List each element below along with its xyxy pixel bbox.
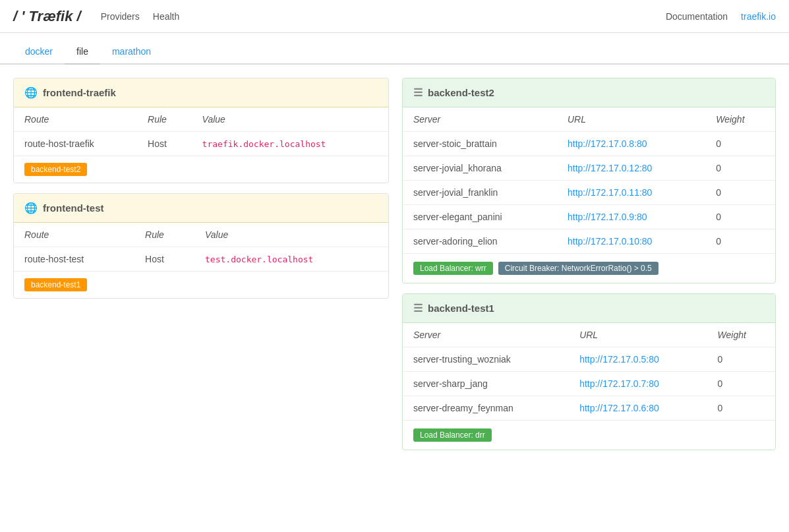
server-cell: server-elegant_panini (403, 205, 557, 229)
backend-test1-header: ☰ backend-test1 (403, 294, 775, 323)
server-cell: server-trusting_wozniak (403, 347, 569, 372)
rule-cell: Host (134, 247, 194, 272)
col-weight-2: Weight (707, 323, 775, 347)
brand-logo: / ' Træfik / (13, 8, 81, 25)
frontend-test-title: frontend-test (43, 202, 104, 214)
tabs-bar: docker file marathon (0, 40, 789, 65)
nav-providers[interactable]: Providers (101, 8, 140, 25)
col-server-1: Server (403, 107, 557, 132)
url-cell[interactable]: http://172.17.0.8:80 (557, 132, 705, 156)
frontend-traefik-table: Route Rule Value route-host-traefik Host… (14, 107, 388, 156)
server-cell: server-sharp_jang (403, 372, 569, 396)
backend-test1-title: backend-test1 (428, 303, 494, 314)
backend-test2-header: ☰ backend-test2 (403, 78, 775, 107)
url-cell[interactable]: http://172.17.0.12:80 (557, 156, 705, 181)
server-cell: server-jovial_khorana (403, 156, 557, 181)
table-row: route-host-traefik Host traefik.docker.l… (14, 132, 388, 156)
table-row: server-sharp_jang http://172.17.0.7:80 0 (403, 372, 775, 396)
table-row: server-jovial_franklin http://172.17.0.1… (403, 181, 775, 205)
main-content: 🌐 frontend-traefik Route Rule Value rout… (0, 65, 789, 463)
url-cell[interactable]: http://172.17.0.9:80 (557, 205, 705, 229)
frontends-column: 🌐 frontend-traefik Route Rule Value rout… (13, 78, 389, 450)
frontend-traefik-header: 🌐 frontend-traefik (14, 78, 388, 107)
backend-test2-title: backend-test2 (428, 87, 494, 98)
backend-test2-table: Server URL Weight server-stoic_brattain … (403, 107, 775, 254)
nav-links: Providers Health (101, 8, 666, 25)
table-row: server-stoic_brattain http://172.17.0.8:… (403, 132, 775, 156)
frontend-test-card: 🌐 frontend-test Route Rule Value route-h… (13, 193, 389, 299)
url-cell[interactable]: http://172.17.0.10:80 (557, 229, 705, 254)
col-url-2: URL (569, 323, 707, 347)
frontend-traefik-title: frontend-traefik (43, 87, 116, 98)
server-cell: server-jovial_franklin (403, 181, 557, 205)
frontend-test-table: Route Rule Value route-host-test Host te… (14, 223, 388, 272)
backend-test2-card: ☰ backend-test2 Server URL Weight server… (402, 78, 776, 283)
list-icon-1: ☰ (413, 86, 423, 99)
weight-cell: 0 (705, 132, 775, 156)
backend-test1-table: Server URL Weight server-trusting_woznia… (403, 323, 775, 421)
backend-test1-card: ☰ backend-test1 Server URL Weight server… (402, 293, 776, 450)
route-cell: route-host-test (14, 247, 134, 272)
table-row: server-dreamy_feynman http://172.17.0.6:… (403, 396, 775, 421)
col-rule-1: Rule (137, 107, 192, 132)
rule-cell: Host (137, 132, 192, 156)
server-cell: server-stoic_brattain (403, 132, 557, 156)
circuit-breaker-badge: Circuit Breaker: NetworkErrorRatio() > 0… (498, 262, 658, 275)
col-value-2: Value (194, 223, 388, 247)
backend-badge-1[interactable]: backend-test2 (24, 163, 87, 176)
col-value-1: Value (192, 107, 388, 132)
weight-cell: 0 (705, 156, 775, 181)
table-row: server-trusting_wozniak http://172.17.0.… (403, 347, 775, 372)
url-cell[interactable]: http://172.17.0.11:80 (557, 181, 705, 205)
col-url-1: URL (557, 107, 705, 132)
server-cell: server-dreamy_feynman (403, 396, 569, 421)
nav-traefik-io[interactable]: traefik.io (741, 11, 776, 22)
navbar: / ' Træfik / Providers Health Documentat… (0, 0, 789, 33)
weight-cell: 0 (705, 229, 775, 254)
weight-cell: 0 (707, 347, 775, 372)
table-row: server-adoring_elion http://172.17.0.10:… (403, 229, 775, 254)
col-server-2: Server (403, 323, 569, 347)
weight-cell: 0 (705, 181, 775, 205)
table-row: server-jovial_khorana http://172.17.0.12… (403, 156, 775, 181)
frontend-traefik-card: 🌐 frontend-traefik Route Rule Value rout… (13, 78, 389, 183)
col-route-1: Route (14, 107, 137, 132)
col-route-2: Route (14, 223, 134, 247)
weight-cell: 0 (707, 372, 775, 396)
tab-file[interactable]: file (65, 40, 100, 65)
tab-docker[interactable]: docker (13, 40, 65, 65)
nav-right: Documentation traefik.io (666, 11, 776, 22)
backend-badge-2[interactable]: backend-test1 (24, 278, 87, 291)
nav-health[interactable]: Health (153, 8, 179, 25)
globe-icon: 🌐 (24, 86, 38, 99)
tab-marathon[interactable]: marathon (100, 40, 163, 65)
server-cell: server-adoring_elion (403, 229, 557, 254)
col-rule-2: Rule (134, 223, 194, 247)
url-cell[interactable]: http://172.17.0.7:80 (569, 372, 707, 396)
backends-column: ☰ backend-test2 Server URL Weight server… (402, 78, 776, 450)
nav-documentation[interactable]: Documentation (666, 11, 728, 22)
backend-test1-footer: Load Balancer: drr (403, 421, 775, 450)
url-cell[interactable]: http://172.17.0.6:80 (569, 396, 707, 421)
weight-cell: 0 (707, 396, 775, 421)
globe-icon-2: 🌐 (24, 202, 38, 214)
backend-test2-footer: Load Balancer: wrr Circuit Breaker: Netw… (403, 254, 775, 283)
frontend-test-header: 🌐 frontend-test (14, 194, 388, 223)
load-balancer-badge-1: Load Balancer: wrr (413, 262, 493, 275)
weight-cell: 0 (705, 205, 775, 229)
table-row: server-elegant_panini http://172.17.0.9:… (403, 205, 775, 229)
col-weight-1: Weight (705, 107, 775, 132)
value-cell: test.docker.localhost (194, 247, 388, 272)
route-cell: route-host-traefik (14, 132, 137, 156)
value-cell: traefik.docker.localhost (192, 132, 388, 156)
load-balancer-badge-2: Load Balancer: drr (413, 429, 492, 442)
table-row: route-host-test Host test.docker.localho… (14, 247, 388, 272)
url-cell[interactable]: http://172.17.0.5:80 (569, 347, 707, 372)
list-icon-2: ☰ (413, 302, 423, 314)
